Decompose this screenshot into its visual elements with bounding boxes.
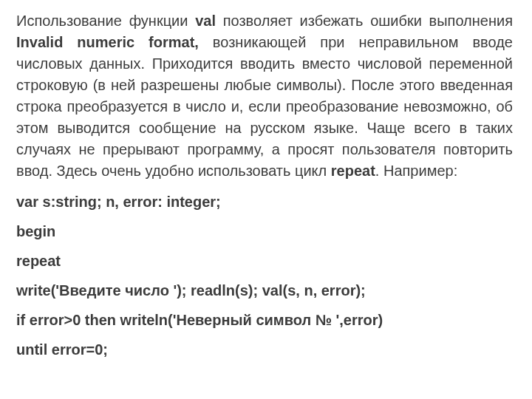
code-line-write: write('Введите число '); readln(s); val(… bbox=[16, 281, 513, 300]
keyword-repeat: repeat bbox=[331, 163, 375, 179]
paragraph-description: Использование функции val позволяет избе… bbox=[16, 10, 513, 182]
text-segment: Использование функции bbox=[16, 13, 195, 29]
code-line-repeat: repeat bbox=[16, 251, 513, 270]
keyword-invalid-numeric-format: Invalid numeric format, bbox=[16, 34, 199, 50]
document-page: Использование функции val позволяет избе… bbox=[0, 0, 532, 380]
text-segment: . Например: bbox=[375, 163, 457, 179]
code-line-until: until error=0; bbox=[16, 340, 513, 359]
keyword-val: val bbox=[195, 13, 216, 29]
code-line-begin: begin bbox=[16, 222, 513, 241]
code-line-if: if error>0 then writeln('Неверный символ… bbox=[16, 310, 513, 330]
code-line-var: var s:string; n, error: integer; bbox=[16, 192, 513, 211]
text-segment: позволяет избежать ошибки выполнения bbox=[216, 13, 513, 29]
text-segment: возникающей при неправильном вводе число… bbox=[16, 34, 513, 179]
